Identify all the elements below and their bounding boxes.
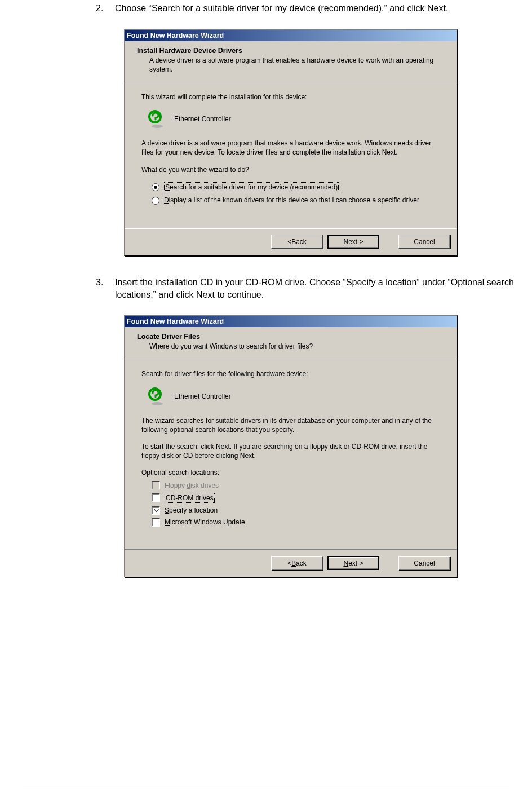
device-display: Ethernet Controller [147, 387, 440, 406]
body-text: The wizard searches for suitable drivers… [141, 416, 440, 434]
checkbox-label: Microsoft Windows Update [165, 518, 245, 527]
body-text: Search for driver files for the followin… [141, 369, 440, 378]
checkbox-label: Specify a location [165, 506, 218, 515]
device-name: Ethernet Controller [174, 115, 231, 123]
svg-point-2 [152, 125, 163, 128]
window-title: Found New Hardware Wizard [127, 317, 224, 325]
button-bar: < Back Next > Cancel [125, 550, 457, 577]
back-button[interactable]: < Back [271, 235, 323, 249]
page-footer-rule [23, 786, 509, 786]
header-subtitle: Where do you want Windows to search for … [149, 342, 447, 351]
checkbox-windows-update[interactable]: Microsoft Windows Update [152, 518, 440, 527]
wizard-header: Locate Driver Files Where do you want Wi… [125, 327, 457, 359]
radio-label: Search for a suitable driver for my devi… [164, 182, 339, 192]
wizard-locate-driver-files: Found New Hardware Wizard Locate Driver … [124, 315, 458, 577]
step-text: Choose “Search for a suitable driver for… [115, 2, 532, 15]
body-text: A device driver is a software program th… [141, 139, 440, 157]
checkbox-label: CD-ROM drives [165, 493, 215, 503]
step-number: 3. [96, 276, 115, 301]
radio-icon [152, 183, 159, 191]
cancel-button[interactable]: Cancel [398, 556, 450, 570]
wizard-header: Install Hardware Device Drivers A device… [125, 41, 457, 82]
device-display: Ethernet Controller [147, 109, 440, 129]
svg-point-5 [152, 402, 163, 405]
wizard-body: This wizard will complete the installati… [125, 82, 457, 228]
back-button[interactable]: < Back [271, 556, 323, 570]
step-number: 2. [96, 2, 115, 15]
body-text: To start the search, click Next. If you … [141, 442, 440, 460]
button-bar: < Back Next > Cancel [125, 228, 457, 255]
checkbox-icon [152, 481, 160, 489]
svg-point-4 [154, 399, 157, 401]
checkbox-label: Floppy disk drives [165, 481, 219, 490]
option-group-title: Optional search locations: [141, 468, 440, 477]
header-title: Locate Driver Files [137, 333, 447, 341]
checkbox-icon [152, 493, 160, 502]
checkbox-specify-location[interactable]: Specify a location [152, 506, 440, 515]
window-title: Found New Hardware Wizard [127, 32, 224, 39]
radio-label: Display a list of the known drivers for … [164, 196, 419, 205]
radio-option-search[interactable]: Search for a suitable driver for my devi… [152, 182, 440, 192]
header-title: Install Hardware Device Drivers [137, 47, 447, 55]
radio-icon [152, 197, 159, 205]
body-text: This wizard will complete the installati… [141, 92, 440, 102]
titlebar: Found New Hardware Wizard [125, 30, 457, 41]
instruction-step-3: 3. Insert the installation CD in your CD… [96, 276, 532, 301]
next-button[interactable]: Next > [327, 235, 379, 249]
checkbox-floppy-disk: Floppy disk drives [152, 481, 440, 490]
cancel-button[interactable]: Cancel [398, 235, 450, 249]
wizard-body: Search for driver files for the followin… [125, 359, 457, 550]
prompt-text: What do you want the wizard to do? [141, 165, 440, 174]
question-device-icon [147, 109, 166, 129]
device-name: Ethernet Controller [174, 392, 231, 400]
header-subtitle: A device driver is a software program th… [149, 56, 447, 74]
wizard-install-drivers: Found New Hardware Wizard Install Hardwa… [124, 29, 458, 257]
question-device-icon [147, 387, 166, 406]
instruction-step-2: 2. Choose “Search for a suitable driver … [96, 2, 532, 15]
next-button[interactable]: Next > [327, 556, 379, 570]
checkbox-cdrom[interactable]: CD-ROM drives [152, 493, 440, 503]
radio-option-display-list[interactable]: Display a list of the known drivers for … [152, 196, 440, 205]
checkbox-icon [152, 506, 160, 515]
checkbox-icon [152, 518, 160, 527]
titlebar: Found New Hardware Wizard [125, 316, 457, 327]
step-text: Insert the installation CD in your CD-RO… [115, 276, 532, 301]
svg-point-1 [154, 121, 157, 123]
